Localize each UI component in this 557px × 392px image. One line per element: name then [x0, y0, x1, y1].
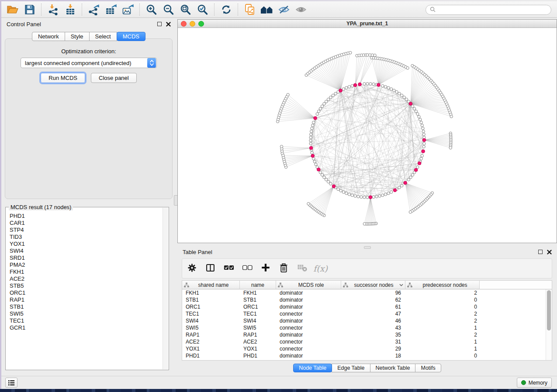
show-all-button[interactable] [292, 3, 309, 17]
memory-button[interactable]: Memory [517, 378, 552, 388]
zoom-fit-icon [180, 4, 191, 15]
close-panel-icon[interactable] [166, 22, 171, 27]
mcds-result-item[interactable]: SWI4 [10, 248, 163, 254]
zoom-out-button[interactable] [160, 3, 177, 17]
close-table-panel-icon[interactable] [547, 250, 552, 254]
cell-predecessor-nodes: 2 [405, 317, 480, 324]
cell-successor-nodes: 43 [341, 324, 405, 331]
mcds-result-item[interactable]: FKH1 [10, 268, 163, 275]
tab-network-table[interactable]: Network Table [370, 364, 416, 372]
mcds-result-item[interactable]: TEC1 [10, 317, 163, 324]
search-field[interactable] [426, 5, 551, 15]
table-row[interactable]: ACE2ACE2connector311 [182, 338, 552, 345]
desktop-edge-bottom [0, 389, 557, 392]
select-all-button[interactable] [224, 264, 234, 274]
zoom-selected-button[interactable] [194, 3, 211, 17]
show-columns-button[interactable] [205, 264, 215, 274]
tree-icon [184, 282, 189, 288]
table-row[interactable]: FKH1FKH1dominator962 [182, 289, 552, 296]
zoom-fit-button[interactable] [177, 3, 194, 17]
column-label: MCDS role [283, 282, 339, 288]
add-column-button[interactable] [260, 264, 270, 274]
table-row[interactable]: YOX1YOX1connector291 [182, 345, 552, 352]
table-scrollbar[interactable] [546, 289, 552, 360]
float-panel-icon[interactable] [157, 22, 162, 26]
column-header-successor-nodes[interactable]: successor nodes [341, 281, 405, 289]
task-history-button[interactable] [5, 378, 17, 388]
close-panel-button[interactable]: Close panel [91, 73, 137, 83]
sort-descending-icon [399, 284, 403, 286]
tab-style[interactable]: Style [65, 32, 90, 41]
cell-name: FKH1 [240, 289, 276, 296]
mcds-result-item[interactable]: ORC1 [10, 289, 163, 296]
import-network-button[interactable] [45, 3, 62, 17]
table-scrollbar-thumb[interactable] [547, 290, 551, 330]
table-row[interactable]: SWI5SWI5connector431 [182, 324, 552, 331]
table-panel-titlebar: Table Panel [177, 247, 557, 257]
tab-select[interactable]: Select [89, 32, 117, 41]
cell-name: ORC1 [240, 303, 276, 310]
mcds-result-item[interactable]: STB1 [10, 303, 163, 310]
toolbar-separator [41, 3, 42, 16]
mcds-result-item[interactable]: STP4 [10, 227, 163, 234]
add-column-icon [261, 263, 270, 274]
network-window-titlebar[interactable]: YPA_prune.txt_1 [178, 20, 557, 28]
table-row[interactable]: RAP1RAP1dominator352 [182, 331, 552, 338]
table-row[interactable]: PHD1PHD1dominator180 [182, 352, 552, 359]
mcds-result-item[interactable]: PMA2 [10, 261, 163, 268]
cell-shared-name: RAP1 [182, 331, 240, 338]
export-network-button[interactable] [85, 3, 102, 17]
mcds-result-item[interactable]: RAP1 [10, 296, 163, 303]
mcds-result-item[interactable]: STB5 [10, 282, 163, 289]
run-mcds-button[interactable]: Run MCDS [41, 73, 85, 83]
tab-mcds[interactable]: MCDS [117, 32, 145, 41]
cell-predecessor-nodes: 1 [405, 324, 480, 331]
optimization-criterion-dropdown[interactable]: largest connected component (undirected) [21, 58, 157, 68]
zoom-in-button[interactable] [143, 3, 160, 17]
column-header-predecessor-nodes[interactable]: predecessor nodes [405, 281, 480, 289]
export-image-button[interactable] [119, 3, 136, 17]
export-table-button[interactable] [102, 3, 119, 17]
import-network-icon [48, 4, 59, 15]
deselect-all-button[interactable] [242, 264, 252, 274]
mcds-result-item[interactable]: PHD1 [10, 213, 163, 220]
cell-successor-nodes: 62 [341, 296, 405, 303]
mcds-result-item[interactable]: SRD1 [10, 254, 163, 261]
mcds-result-item[interactable]: CAR1 [10, 220, 163, 227]
float-table-panel-icon[interactable] [538, 250, 543, 254]
table-row[interactable]: TEC1TEC1connector472 [182, 310, 552, 317]
open-file-button[interactable] [4, 3, 21, 17]
network-title: YPA_prune.txt_1 [178, 21, 557, 27]
delete-column-button[interactable] [279, 264, 289, 274]
table-row[interactable]: STB1STB1dominator620 [182, 296, 552, 303]
hide-selected-button[interactable] [275, 3, 292, 17]
control-panel: Control Panel NetworkStyleSelectMCDS Opt… [1, 18, 176, 375]
application-window: Control Panel NetworkStyleSelectMCDS Opt… [0, 0, 557, 392]
mcds-result-item[interactable]: GCR1 [10, 324, 163, 331]
tab-edge-table[interactable]: Edge Table [332, 364, 370, 372]
tab-network[interactable]: Network [32, 32, 65, 41]
column-header-shared-name[interactable]: shared name [182, 281, 240, 289]
clone-network-button[interactable] [241, 3, 258, 17]
tab-motifs[interactable]: Motifs [415, 364, 441, 372]
mcds-result-item[interactable]: SWI5 [10, 310, 163, 317]
mcds-result-item[interactable]: ACE2 [10, 275, 163, 282]
refresh-button[interactable] [218, 3, 235, 17]
import-table-button[interactable] [62, 3, 79, 17]
network-view-window: YPA_prune.txt_1 [177, 19, 557, 243]
mcds-result-item[interactable]: YOX1 [10, 241, 163, 248]
mcds-result-item[interactable]: TID3 [10, 234, 163, 241]
search-input[interactable] [438, 6, 551, 14]
network-graph[interactable] [178, 28, 557, 243]
hide-selected-icon [278, 5, 290, 14]
mcds-result-scrollbar[interactable] [163, 208, 168, 369]
table-row[interactable]: SWI4SWI4dominator462 [182, 317, 552, 324]
save-session-button[interactable] [21, 3, 38, 17]
tab-node-table[interactable]: Node Table [293, 364, 332, 372]
network-canvas[interactable] [178, 28, 557, 243]
column-header-name[interactable]: name [240, 281, 276, 289]
table-mode-gear-button[interactable] [187, 264, 197, 274]
first-neighbors-button[interactable] [258, 3, 275, 17]
table-row[interactable]: ORC1ORC1dominator610 [182, 303, 552, 310]
column-header-mcds-role[interactable]: MCDS role [276, 281, 341, 289]
